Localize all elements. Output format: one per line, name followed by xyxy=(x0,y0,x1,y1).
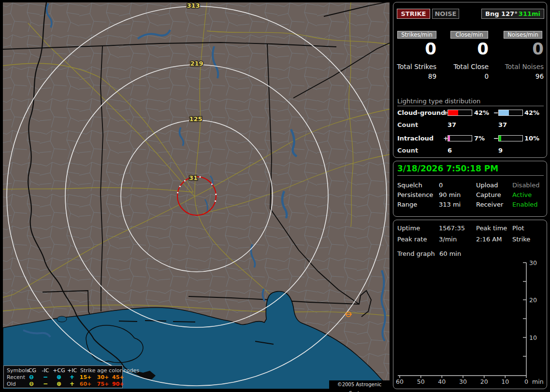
legend-row-recent-label: Recent xyxy=(7,374,25,380)
strikes-per-min-badge: Strikes/min xyxy=(397,31,436,39)
ring-label-219: 219 xyxy=(190,60,203,67)
close-per-min-value: 0 xyxy=(447,40,489,58)
neg-ic-old-icon: − xyxy=(40,381,51,387)
bar-fill xyxy=(448,110,458,115)
bar-fill xyxy=(499,110,509,115)
map-legend: Symbols -CG -IC +CG +IC Strike age color… xyxy=(3,365,123,388)
bearing-label: Bng 127° xyxy=(485,10,518,17)
copyright-label: ©2005 Astrogenic Systems xyxy=(329,380,390,389)
distribution-title: Lightning type distribution xyxy=(397,98,480,105)
x-tick-label: 60 xyxy=(396,378,404,385)
noises-per-min-value: 0 xyxy=(502,40,544,58)
receiver-status: Enabled xyxy=(512,201,538,208)
bearing-range: 311mi xyxy=(519,10,540,17)
trend-chart: 30 20 10 60 50 40 30 20 10 0 min xyxy=(393,220,548,390)
y-tick-label: 20 xyxy=(529,296,537,304)
trend-axes xyxy=(398,263,526,378)
y-tick-label: 30 xyxy=(529,259,537,266)
x-axis-unit: min xyxy=(532,378,544,385)
total-strikes-label: Total Strikes xyxy=(395,63,436,70)
intracloud-count-label: Count xyxy=(397,147,418,154)
cloud-ground-label: Cloud-ground xyxy=(397,109,445,116)
noises-per-min-badge: Noises/min xyxy=(504,31,542,39)
neg-cg-recent-icon: ⊖ xyxy=(25,374,38,380)
intracloud-minus-bar xyxy=(498,135,523,141)
lightning-map[interactable]: 313 219 125 31 Symbols -CG -IC +CG +IC S… xyxy=(3,2,390,389)
close-per-min-badge: Close/min xyxy=(450,31,488,39)
range-value: 313 mi xyxy=(439,201,461,208)
cloud-ground-plus-count: 37 xyxy=(448,121,456,128)
range-label: Range xyxy=(397,201,417,208)
legend-col-pos-cg: +CG xyxy=(52,367,66,374)
intracloud-plus-bar xyxy=(448,135,472,141)
total-noises-value: 96 xyxy=(502,72,544,80)
cloud-ground-minus-bar xyxy=(498,110,523,116)
intracloud-minus-count: 9 xyxy=(498,147,503,154)
intracloud-plus-count: 6 xyxy=(448,147,452,154)
strike-panel: STRIKE NOISE Bng 127° 311mi Strikes/min … xyxy=(393,2,547,158)
ring-label-313: 313 xyxy=(187,2,200,9)
status-panel: 3/18/2026 7:50:18 PM Squelch 0 Upload Di… xyxy=(393,161,547,217)
legend-row-old-label: Old xyxy=(7,381,16,387)
persistence-label: Persistence xyxy=(397,191,433,198)
bar-fill xyxy=(499,136,501,141)
neg-ic-recent-icon: − xyxy=(40,374,51,380)
age-code-90: 90+ xyxy=(112,381,123,387)
age-code-15: 15+ xyxy=(77,374,94,380)
x-tick-label: 50 xyxy=(417,378,425,385)
cloud-ground-plus-pct: 42% xyxy=(474,109,489,116)
x-tick-label: 30 xyxy=(459,378,467,385)
ring-label-125: 125 xyxy=(189,115,202,123)
age-code-60: 60+ xyxy=(77,381,94,387)
x-tick-label: 40 xyxy=(438,378,446,385)
total-strikes-value: 89 xyxy=(395,72,436,80)
x-tick-label: 0 xyxy=(524,378,528,385)
pos-cg-old-icon: ⊕ xyxy=(52,381,66,387)
stats-panel: Uptime 1567:35 Peak time Plot Peak rate … xyxy=(393,220,547,389)
app-window: 313 219 125 31 Symbols -CG -IC +CG +IC S… xyxy=(0,0,550,392)
legend-col-pos-ic: +IC xyxy=(67,367,77,374)
intracloud-plus-pct: 7% xyxy=(474,135,485,142)
cloud-ground-plus-bar xyxy=(448,110,472,116)
small-lake xyxy=(57,316,67,322)
bar-fill xyxy=(448,136,450,141)
y-tick-label: 10 xyxy=(529,334,537,341)
datetime-divider xyxy=(397,175,544,176)
cloud-ground-minus-pct: 42% xyxy=(524,109,539,116)
total-close-label: Total Close xyxy=(447,63,489,70)
squelch-value: 0 xyxy=(439,182,443,189)
capture-label: Capture xyxy=(476,191,501,198)
bearing-display: Bng 127° 311mi xyxy=(481,9,544,19)
capture-status: Active xyxy=(512,191,532,198)
neg-cg-old-icon: ⊖ xyxy=(25,381,38,387)
pos-ic-recent-icon: + xyxy=(67,374,77,380)
ring-label-31: 31 xyxy=(189,174,198,182)
distribution-divider xyxy=(397,106,544,106)
cloud-ground-count-label: Count xyxy=(397,121,418,128)
total-noises-label: Total Noises xyxy=(502,63,544,70)
legend-age-title: Strike age color codes xyxy=(80,367,139,374)
upload-label: Upload xyxy=(476,182,498,189)
intracloud-label: Intracloud xyxy=(397,135,434,142)
x-tick-label: 20 xyxy=(480,378,488,385)
pos-cg-recent-icon: ⊕ xyxy=(52,374,66,380)
receiver-label: Receiver xyxy=(476,201,503,208)
strikes-per-min-value: 0 xyxy=(395,40,436,58)
legend-col-neg-ic: -IC xyxy=(40,367,51,374)
squelch-label: Squelch xyxy=(397,182,422,189)
upload-status: Disabled xyxy=(512,182,539,189)
x-tick-label: 10 xyxy=(501,378,509,385)
total-close-value: 0 xyxy=(447,72,489,80)
noise-button[interactable]: NOISE xyxy=(432,9,459,19)
cloud-ground-minus-count: 37 xyxy=(498,121,507,128)
age-code-30: 30+ xyxy=(95,374,111,380)
map-canvas: 313 219 125 31 xyxy=(3,2,390,389)
age-code-45: 45+ xyxy=(112,374,123,380)
persistence-value: 90 min xyxy=(439,191,461,198)
pos-ic-old-icon: + xyxy=(67,381,77,387)
legend-col-neg-cg: -CG xyxy=(25,367,38,374)
strike-button[interactable]: STRIKE xyxy=(397,9,430,19)
age-code-75: 75+ xyxy=(95,381,111,387)
intracloud-minus-pct: 10% xyxy=(524,135,539,142)
datetime-display: 3/18/2026 7:50:18 PM xyxy=(397,164,498,173)
